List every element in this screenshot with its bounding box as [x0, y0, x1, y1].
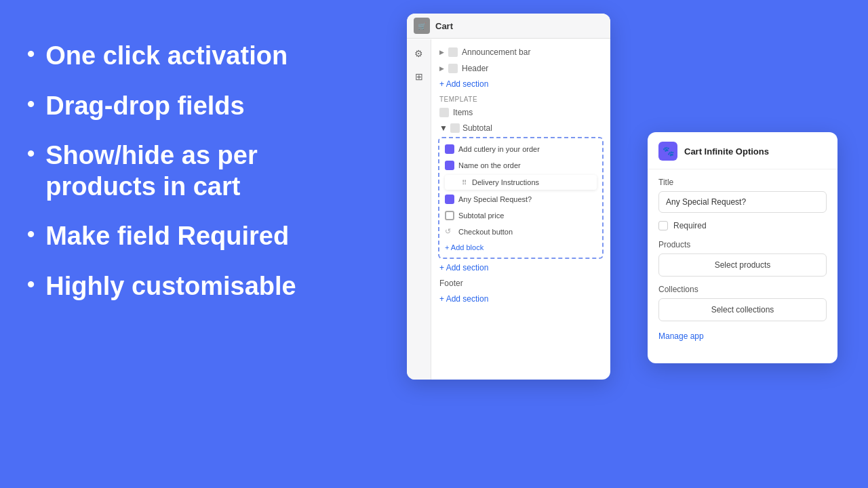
- bullet-dot-4: •: [27, 221, 35, 247]
- subtotal-header[interactable]: ▼ Subtotal: [438, 121, 604, 136]
- bullet-item-5: • Highly customisable: [27, 271, 366, 302]
- subtotal-price-label: Subtotal price: [458, 211, 504, 220]
- add-section-footer-label: + Add section: [439, 294, 488, 304]
- grid-icon[interactable]: ⊞: [412, 69, 427, 84]
- left-panel: • One click activation • Drag-drop field…: [27, 41, 366, 321]
- template-label: Template: [438, 92, 604, 104]
- items-icon: [439, 108, 449, 117]
- theme-editor-topbar: 🛒 Cart: [407, 14, 610, 39]
- theme-editor-sidebar: ⚙ ⊞: [407, 39, 431, 380]
- name-block-icon: [445, 161, 454, 170]
- required-checkbox[interactable]: [658, 221, 668, 230]
- bullet-item-2: • Drag-drop fields: [27, 91, 366, 122]
- section-icon: [448, 47, 458, 57]
- theme-editor-content: ▶ Announcement bar ▶ Header + Add sectio…: [431, 39, 610, 312]
- add-section-footer-button[interactable]: + Add section: [438, 291, 604, 306]
- required-row: Required: [658, 221, 827, 230]
- theme-editor-title: Cart: [435, 21, 453, 31]
- bullet-item-1: • One click activation: [27, 41, 366, 72]
- bullet-dot-2: •: [27, 91, 35, 117]
- header-label: Header: [462, 64, 488, 73]
- block-subtotal-price[interactable]: Subtotal price: [442, 207, 599, 224]
- bullet-dot-5: •: [27, 271, 35, 297]
- cart-icon: 🛒: [414, 18, 430, 34]
- chevron-right-icon: ▶: [439, 49, 444, 56]
- select-collections-label: Select collections: [711, 305, 774, 314]
- announcement-bar-label: Announcement bar: [462, 47, 530, 57]
- select-products-button[interactable]: Select products: [658, 253, 827, 277]
- block-delivery-instructions[interactable]: ⠿ Delivery Instructions: [445, 175, 597, 190]
- add-section-button-top[interactable]: + Add section: [438, 77, 604, 92]
- special-label: Any Special Request?: [458, 195, 532, 203]
- manage-app-label: Manage app: [658, 331, 704, 341]
- bullet-dot-1: •: [27, 41, 35, 66]
- add-section-label-top: + Add section: [439, 79, 488, 89]
- block-checkout-button[interactable]: ↺ Checkout button: [442, 224, 599, 240]
- special-block-icon: [445, 195, 454, 204]
- app-icon: 🐾: [658, 142, 677, 161]
- bullet-dot-3: •: [27, 140, 35, 166]
- chevron-right-icon-2: ▶: [439, 65, 444, 72]
- blocks-container: Add cutlery in your order Name on the or…: [438, 137, 604, 259]
- block-name-on-order[interactable]: Name on the order: [442, 157, 599, 174]
- items-row[interactable]: Items: [438, 104, 604, 121]
- cutlery-block-icon: [445, 144, 454, 154]
- cop-body: Title Required Products Select products …: [648, 169, 837, 350]
- bullet-text-3: Show/hide as per products in cart: [45, 140, 366, 202]
- bullet-text-2: Drag-drop fields: [45, 91, 244, 122]
- bullet-item-3: • Show/hide as per products in cart: [27, 140, 366, 202]
- add-section-label-bottom: + Add section: [439, 263, 488, 272]
- select-products-label: Select products: [715, 260, 771, 270]
- footer-label: Footer: [439, 279, 463, 288]
- cop-panel-title: Cart Infinite Options: [684, 146, 769, 157]
- products-label: Products: [658, 240, 827, 249]
- cutlery-label: Add cutlery in your order: [458, 145, 540, 153]
- checkout-icon: ↺: [445, 227, 454, 237]
- select-collections-button[interactable]: Select collections: [658, 298, 827, 321]
- name-label: Name on the order: [458, 161, 521, 169]
- app-icon-symbol: 🐾: [663, 146, 674, 157]
- announcement-bar-item[interactable]: ▶ Announcement bar: [438, 44, 604, 60]
- checkout-label: Checkout button: [458, 228, 513, 236]
- bullet-text-5: Highly customisable: [45, 271, 296, 302]
- delivery-label: Delivery Instructions: [472, 178, 539, 186]
- drag-handle-icon: ⠿: [460, 178, 468, 186]
- items-label: Items: [453, 108, 473, 117]
- manage-app-link[interactable]: Manage app: [658, 331, 704, 341]
- header-section-icon: [448, 64, 458, 73]
- block-add-cutlery[interactable]: Add cutlery in your order: [442, 141, 599, 157]
- add-block-label: + Add block: [445, 243, 484, 251]
- cop-header: 🐾 Cart Infinite Options: [648, 132, 837, 169]
- required-label: Required: [673, 221, 707, 230]
- add-block-button[interactable]: + Add block: [442, 240, 599, 255]
- header-item[interactable]: ▶ Header: [438, 60, 604, 77]
- settings-icon[interactable]: ⚙: [412, 46, 427, 61]
- collections-label: Collections: [658, 285, 827, 294]
- add-section-button-bottom[interactable]: + Add section: [438, 260, 604, 275]
- subtotal-icon: [450, 123, 460, 133]
- cart-options-panel: 🐾 Cart Infinite Options Title Required P…: [648, 132, 837, 363]
- theme-editor-panel: 🛒 Cart ⚙ ⊞ ▶ Announcement bar ▶ Header +…: [407, 14, 610, 380]
- block-any-special[interactable]: Any Special Request?: [442, 191, 599, 207]
- title-input[interactable]: [658, 191, 827, 213]
- bullet-item-4: • Make field Required: [27, 221, 366, 252]
- subtotal-label: Subtotal: [462, 123, 492, 133]
- bullet-text-1: One click activation: [45, 41, 288, 72]
- bullet-text-4: Make field Required: [45, 221, 289, 252]
- title-field-label: Title: [658, 178, 827, 187]
- subtotal-price-icon: [445, 211, 454, 220]
- chevron-down-icon: ▼: [439, 123, 448, 133]
- footer-row[interactable]: Footer: [438, 275, 604, 291]
